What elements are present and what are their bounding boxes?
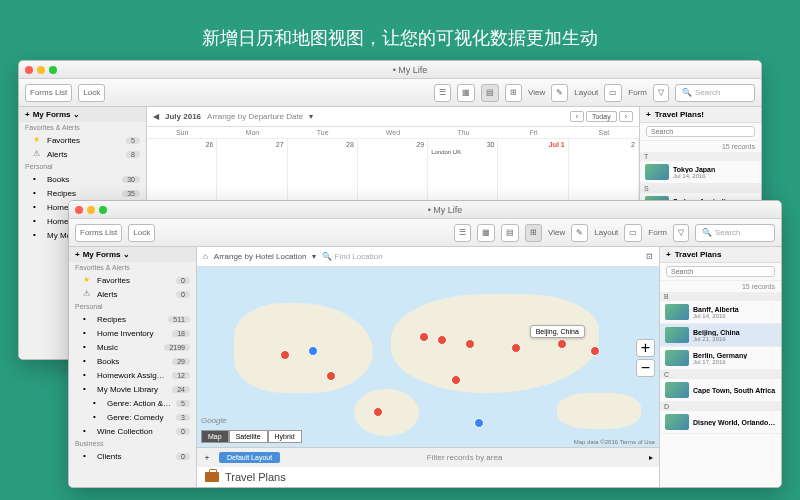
sidebar-item-label: Wine Collection <box>97 427 172 436</box>
map-pin[interactable] <box>590 346 600 356</box>
default-layout-button[interactable]: Default Layout <box>219 452 280 463</box>
form-button[interactable]: ▭ <box>624 224 642 242</box>
search-input[interactable]: 🔍 Search <box>695 224 775 242</box>
sidebar-item[interactable]: ⚠Alerts0 <box>69 287 196 301</box>
cal-prev-button[interactable]: ‹ <box>570 111 584 122</box>
filter-button[interactable]: ▽ <box>673 224 689 242</box>
prev-month-button[interactable]: ◀ <box>153 112 159 121</box>
cal-today-button[interactable]: Today <box>586 111 617 122</box>
map-mode-hybrid[interactable]: Hybrid <box>268 430 302 443</box>
sidebar-item[interactable]: •Books30 <box>19 172 146 186</box>
panel-search-input[interactable] <box>646 126 755 137</box>
map-callout[interactable]: Beijing, China <box>530 325 585 338</box>
sidebar-item[interactable]: •Books29 <box>69 354 196 368</box>
group-letter: C <box>660 370 781 379</box>
record-card[interactable]: Tokyo JapanJul 14, 2016 <box>640 161 761 184</box>
map-pin[interactable] <box>419 332 429 342</box>
zoom-icon[interactable] <box>99 206 107 214</box>
record-card[interactable]: Cape Town, South Africa <box>660 379 781 402</box>
close-icon[interactable] <box>25 66 33 74</box>
view-label: View <box>528 88 545 97</box>
filter-area-label: Filter records by area <box>288 453 641 462</box>
record-card[interactable]: Banff, AlbertaJul 14, 2016 <box>660 301 781 324</box>
arrange-dropdown[interactable]: Arrange by Hotel Location <box>214 252 307 261</box>
view-segment-map[interactable]: ⊞ <box>525 224 542 242</box>
close-icon[interactable] <box>75 206 83 214</box>
sidebar-item[interactable]: ⚠Alerts8 <box>19 147 146 161</box>
record-card[interactable]: Disney World, Orlando, Florida <box>660 411 781 434</box>
sidebar-item[interactable]: •Clients0 <box>69 449 196 463</box>
lock-button[interactable]: Lock <box>78 84 105 102</box>
view-segment-grid[interactable]: ▦ <box>477 224 495 242</box>
panel-search-input[interactable] <box>666 266 775 277</box>
zoom-in-button[interactable]: + <box>636 339 655 357</box>
sidebar-item[interactable]: •Recipes35 <box>19 186 146 200</box>
record-card[interactable]: Beijing, ChinaJul 21, 2016 <box>660 324 781 347</box>
record-date: Jul 14, 2016 <box>673 173 756 179</box>
view-segment-map[interactable]: ⊞ <box>505 84 522 102</box>
forms-list-button[interactable]: Forms List <box>25 84 72 102</box>
sidebar-item[interactable]: ★Favorites0 <box>69 273 196 287</box>
map-pin[interactable] <box>373 407 383 417</box>
record-card[interactable]: Berlin, GermanyJul 17, 2016 <box>660 347 781 370</box>
sidebar-item[interactable]: •Home Inventory18 <box>69 326 196 340</box>
record-count: 15 records <box>640 141 761 152</box>
sidebar-item-count: 0 <box>176 291 190 298</box>
filter-button[interactable]: ▽ <box>653 84 669 102</box>
form-button[interactable]: ▭ <box>604 84 622 102</box>
list-icon: • <box>83 384 93 394</box>
map-mode-satellite[interactable]: Satellite <box>229 430 268 443</box>
sidebar-header[interactable]: + My Forms ⌄ <box>19 107 146 122</box>
collapse-button[interactable]: ▸ <box>649 453 653 462</box>
sidebar-item-count: 0 <box>176 428 190 435</box>
sidebar-item-label: Clients <box>97 452 172 461</box>
sidebar-item-label: Genre: Comedy <box>107 413 172 422</box>
sidebar-item[interactable]: •Wine Collection0 <box>69 424 196 438</box>
forms-list-button[interactable]: Forms List <box>75 224 122 242</box>
map-options-button[interactable]: ⊡ <box>646 252 653 261</box>
arrange-dropdown[interactable]: Arrange by Departure Date <box>207 112 303 121</box>
map-pin[interactable] <box>511 343 521 353</box>
list-icon: • <box>33 202 43 212</box>
view-label: View <box>548 228 565 237</box>
sidebar-header[interactable]: + My Forms ⌄ <box>69 247 196 262</box>
zoom-icon[interactable] <box>49 66 57 74</box>
zoom-out-button[interactable]: − <box>636 359 655 377</box>
sidebar-item[interactable]: ★Favorites5 <box>19 133 146 147</box>
view-segment-list[interactable]: ☰ <box>434 84 451 102</box>
layout-button[interactable]: ✎ <box>571 224 588 242</box>
sidebar-item[interactable]: •Genre: Action & Adventure5 <box>69 396 196 410</box>
map-mode-map[interactable]: Map <box>201 430 229 443</box>
view-segment-grid[interactable]: ▦ <box>457 84 475 102</box>
sidebar-item[interactable]: •Homework Assignments12 <box>69 368 196 382</box>
lock-button[interactable]: Lock <box>128 224 155 242</box>
minimize-icon[interactable] <box>87 206 95 214</box>
minimize-icon[interactable] <box>37 66 45 74</box>
cal-next-button[interactable]: › <box>619 111 633 122</box>
add-record-button[interactable]: ＋ <box>203 452 211 463</box>
map-pin[interactable] <box>280 350 290 360</box>
sidebar-item[interactable]: •Recipes511 <box>69 312 196 326</box>
thumbnail <box>665 414 689 430</box>
search-input[interactable]: 🔍 Search <box>675 84 755 102</box>
list-icon: • <box>83 314 93 324</box>
sidebar-item[interactable]: •My Movie Library24 <box>69 382 196 396</box>
sidebar-section: Favorites & Alerts <box>19 122 146 133</box>
calendar-event[interactable]: London UK <box>431 149 494 155</box>
list-icon: • <box>83 370 93 380</box>
map-attribution: Map data ©2016 Terms of Use <box>574 439 655 445</box>
map-canvas[interactable]: Beijing, China Google MapSatelliteHybrid… <box>197 267 659 447</box>
home-icon[interactable]: ⌂ <box>203 252 208 261</box>
layout-button[interactable]: ✎ <box>551 84 568 102</box>
sidebar-item-count: 5 <box>126 137 140 144</box>
map-pin[interactable] <box>308 346 318 356</box>
map-pin[interactable] <box>465 339 475 349</box>
view-segment-calendar[interactable]: ▤ <box>501 224 519 242</box>
sidebar-item[interactable]: •Music2199 <box>69 340 196 354</box>
map-pin[interactable] <box>474 418 484 428</box>
view-segment-list[interactable]: ☰ <box>454 224 471 242</box>
sidebar-item[interactable]: •Genre: Comedy3 <box>69 410 196 424</box>
titlebar: • My Life <box>69 201 781 219</box>
find-location-input[interactable]: Find Location <box>335 252 383 261</box>
view-segment-calendar[interactable]: ▤ <box>481 84 499 102</box>
